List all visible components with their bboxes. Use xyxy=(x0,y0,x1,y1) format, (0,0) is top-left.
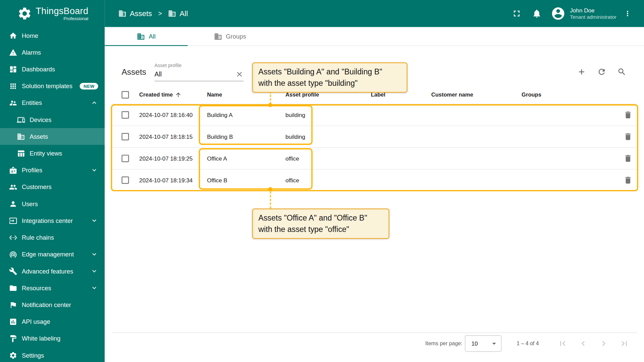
top-bar: Assets > All John Doe Tenant administrat… xyxy=(105,0,644,27)
column-groups[interactable]: Groups xyxy=(522,92,618,98)
brand-text: ThingsBoard Professional xyxy=(36,6,89,21)
prev-page-icon[interactable] xyxy=(578,339,588,348)
annotation-office: Assets "Office A" and "Office B" with th… xyxy=(252,208,389,239)
sidebar-item-label: Entities xyxy=(22,99,42,106)
search-icon[interactable] xyxy=(617,67,626,76)
table-actions xyxy=(577,67,626,76)
cell-asset-profile: office xyxy=(285,155,371,162)
paint-icon xyxy=(9,334,17,342)
sidebar-item-notification-center[interactable]: Notification center xyxy=(0,296,105,313)
sidebar-item-rule-chains[interactable]: Rule chains xyxy=(0,229,105,246)
sidebar-item-profiles[interactable]: Profiles xyxy=(0,162,105,178)
cell-asset-profile: building xyxy=(285,133,371,140)
delete-icon[interactable] xyxy=(623,132,632,141)
thingsboard-logo-icon xyxy=(17,6,32,21)
sidebar-item-integrations-center[interactable]: Integrations center xyxy=(0,212,105,229)
cell-name: Building A xyxy=(207,112,285,118)
row-checkbox[interactable] xyxy=(121,133,129,140)
select-all-checkbox[interactable] xyxy=(121,91,129,98)
sidebar-item-label: Devices xyxy=(30,116,51,123)
tab-bar: All Groups xyxy=(105,27,644,46)
apps-icon xyxy=(9,82,17,90)
sidebar-item-customers[interactable]: Customers xyxy=(0,179,105,195)
first-page-icon[interactable] xyxy=(558,339,568,348)
sidebar-item-dashboards[interactable]: Dashboards xyxy=(0,61,105,77)
sidebar-item-advanced-features[interactable]: Advanced features xyxy=(0,263,105,280)
breadcrumb-separator: > xyxy=(158,10,162,17)
sidebar-item-white-labeling[interactable]: White labeling xyxy=(0,330,105,347)
folder-icon xyxy=(9,284,17,292)
building-icon xyxy=(168,9,176,17)
user-role: Tenant administrator xyxy=(570,14,616,21)
top-bar-actions: John Doe Tenant administrator xyxy=(512,6,644,21)
user-menu[interactable]: John Doe Tenant administrator xyxy=(570,7,616,21)
row-checkbox[interactable] xyxy=(121,111,129,119)
sidebar-item-users[interactable]: Users xyxy=(0,195,105,212)
sidebar-item-label: Integrations center xyxy=(22,217,73,224)
delete-icon[interactable] xyxy=(623,110,632,119)
last-page-icon[interactable] xyxy=(620,339,629,348)
annotation-dot-top xyxy=(268,103,272,107)
sidebar-item-settings[interactable]: Settings xyxy=(0,347,105,362)
column-customer-name[interactable]: Customer name xyxy=(431,92,522,98)
asset-profile-filter[interactable]: Asset profile All xyxy=(154,62,244,81)
sidebar-item-solution-templates[interactable]: Solution templates NEW xyxy=(0,77,105,94)
edge-icon xyxy=(9,250,17,258)
dashboard-icon xyxy=(9,65,17,73)
home-icon xyxy=(9,32,17,40)
avatar-icon[interactable] xyxy=(551,6,566,21)
sidebar-item-alarms[interactable]: Alarms xyxy=(0,44,105,61)
notifications-icon[interactable] xyxy=(532,9,541,18)
delete-icon[interactable] xyxy=(623,154,632,163)
delete-icon[interactable] xyxy=(623,176,632,185)
sidebar-item-label: Advanced features xyxy=(22,267,73,275)
sidebar-item-entities[interactable]: Entities xyxy=(0,95,105,111)
add-icon[interactable] xyxy=(577,67,586,76)
clear-filter-icon[interactable] xyxy=(235,70,244,78)
sidebar-item-label: White labeling xyxy=(22,335,60,342)
breadcrumb-all[interactable]: All xyxy=(168,9,188,18)
warning-icon xyxy=(9,48,17,56)
refresh-icon[interactable] xyxy=(597,67,606,76)
user-name: John Doe xyxy=(570,7,616,14)
sidebar-item-entity-views[interactable]: Entity views xyxy=(0,145,105,162)
sidebar-item-home[interactable]: Home xyxy=(0,27,105,44)
tab-all[interactable]: All xyxy=(105,27,187,46)
table-row[interactable]: 2024-10-07 18:18:15 Building B building xyxy=(112,126,637,148)
fullscreen-icon[interactable] xyxy=(512,9,521,18)
tab-groups[interactable]: Groups xyxy=(188,27,272,46)
annotation-building: Assets "Building A" and "Building B" wit… xyxy=(252,62,408,93)
row-checkbox[interactable] xyxy=(121,155,129,162)
chevron-down-icon xyxy=(90,166,98,174)
sidebar-item-devices[interactable]: Devices xyxy=(0,111,105,128)
sidebar-item-label: Rule chains xyxy=(22,234,54,241)
sidebar-item-label: Resources xyxy=(22,285,51,292)
row-checkbox[interactable] xyxy=(121,177,129,184)
buildings-group-icon xyxy=(214,32,222,40)
page-range: 1 – 4 of 4 xyxy=(517,340,539,346)
devices-icon xyxy=(17,116,25,124)
sidebar-item-label: Home xyxy=(22,32,38,39)
sidebar-item-api-usage[interactable]: API usage xyxy=(0,313,105,330)
entity-views-icon xyxy=(17,149,25,157)
sidebar-item-edge-management[interactable]: Edge management xyxy=(0,246,105,262)
tools-icon xyxy=(9,267,17,275)
more-vert-icon[interactable] xyxy=(624,9,632,17)
brand-edition: Professional xyxy=(36,16,89,21)
sidebar-item-assets[interactable]: Assets xyxy=(0,128,105,145)
items-per-page-select[interactable]: 10 xyxy=(465,335,501,352)
tab-label: Groups xyxy=(226,33,246,40)
next-page-icon[interactable] xyxy=(599,339,608,348)
table-row[interactable]: 2024-10-07 18:16:40 Building A building xyxy=(112,104,637,126)
table-row[interactable]: 2024-10-07 18:19:34 Office B office xyxy=(112,170,637,191)
sidebar-item-resources[interactable]: Resources xyxy=(0,280,105,296)
building-icon xyxy=(118,9,126,17)
app-logo[interactable]: ThingsBoard Professional xyxy=(0,0,105,27)
column-created-time[interactable]: Created time xyxy=(139,91,207,98)
sort-ascending-icon xyxy=(175,91,181,98)
breadcrumb-assets[interactable]: Assets xyxy=(118,9,152,18)
cell-created-time: 2024-10-07 18:16:40 xyxy=(139,112,207,118)
table-row[interactable]: 2024-10-07 18:19:25 Office A office xyxy=(112,148,637,170)
new-badge: NEW xyxy=(80,83,98,89)
filter-value[interactable]: All xyxy=(154,71,235,78)
